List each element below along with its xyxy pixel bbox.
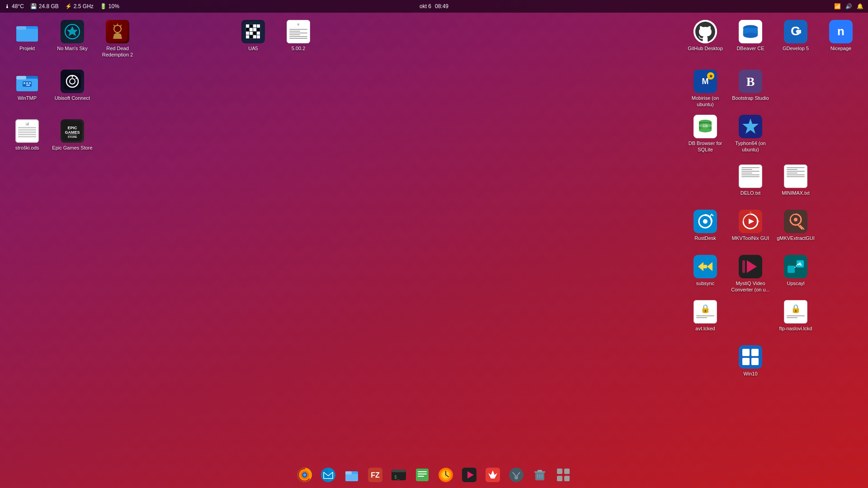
desktop-icon-label: GDevelop 5 xyxy=(783,45,809,52)
desktop-icon-mkv[interactable]: MKVToolNix GUI xyxy=(728,207,773,244)
desktop-icon-gdevelop[interactable]: G GDevelop 5 xyxy=(773,17,818,54)
desktop-icon-label: Mobirise (on ubuntu) xyxy=(684,95,726,108)
desktop-icon-rdr2[interactable]: Red Dead Redemption 2 xyxy=(95,17,140,61)
desktop-icon-epic[interactable]: EPIC GAMES STORE Epic Games Store xyxy=(50,117,95,154)
temp-icon: 🌡 xyxy=(5,3,10,9)
desktop-icon-projekt[interactable]: Projekt xyxy=(5,17,50,54)
svg-rect-39 xyxy=(250,35,253,38)
desktop-icon-label: DBeaver CE xyxy=(736,45,764,52)
svg-rect-79 xyxy=(703,265,707,268)
svg-rect-121 xyxy=(538,470,542,472)
svg-rect-91 xyxy=(751,358,759,365)
network-icon: 📶 xyxy=(834,3,841,9)
cpu-icon: ⚡ xyxy=(65,3,72,9)
taskbar-ukuu[interactable] xyxy=(505,464,527,486)
desktop-icon-label: subsync xyxy=(696,280,714,286)
svg-rect-90 xyxy=(742,358,750,365)
battery-indicator: 🔋 10% xyxy=(100,3,119,9)
svg-text:M: M xyxy=(702,77,709,86)
taskbar-notes[interactable] xyxy=(411,464,433,486)
volume-icon: 🔊 xyxy=(845,3,852,9)
svg-text:GAMES: GAMES xyxy=(65,130,80,135)
desktop-icon-mobirise[interactable]: M ★ Mobirise (on ubuntu) xyxy=(683,67,728,111)
desktop-icon-500[interactable]: ≡ 5.00.2 xyxy=(276,17,321,54)
svg-rect-99 xyxy=(345,471,352,474)
svg-point-63 xyxy=(699,128,712,132)
desktop-icon-label: Epic Games Store xyxy=(52,145,92,151)
svg-rect-52 xyxy=(797,30,801,33)
battery-icon: 🔋 xyxy=(100,3,107,9)
desktop-icon-dbsqlite[interactable]: DB DB Browser for SQLite xyxy=(683,112,728,156)
desktop-icon-label: Upscayl xyxy=(787,280,804,286)
desktop-icon-label: gMKVExtractGUI xyxy=(777,235,815,241)
taskbar-firefox[interactable] xyxy=(294,464,316,486)
desktop-icon-avt[interactable]: 🔒 avt.lcked xyxy=(683,297,728,334)
temperature-indicator: 🌡 48°C xyxy=(5,3,24,9)
desktop-icon-delo[interactable]: DELO.txt xyxy=(728,162,773,199)
desktop-icon-nicepage[interactable]: n Nicepage xyxy=(818,17,863,54)
svg-text:n: n xyxy=(837,24,844,38)
desktop-icon-label: 5.00.2 xyxy=(292,45,306,52)
svg-rect-108 xyxy=(418,476,424,477)
svg-rect-32 xyxy=(253,28,256,31)
desktop-icon-wintmp[interactable]: WinTMP xyxy=(5,67,50,104)
desktop-icon-typhon[interactable]: Typhon64 (on ubuntu) xyxy=(728,112,773,156)
desktop-icon-rustdesk[interactable]: RustDesk xyxy=(683,207,728,244)
taskbar-grid[interactable] xyxy=(552,464,574,486)
desktop-icon-gmkv[interactable]: gMKVExtractGUI xyxy=(773,207,818,244)
svg-rect-103 xyxy=(392,469,406,472)
desktop-icon-label: Win10 xyxy=(743,371,757,377)
desktop-icon-upscayl[interactable]: Upscayl xyxy=(773,252,818,289)
taskbar-bleachbit[interactable] xyxy=(482,464,504,486)
taskbar-mail[interactable] xyxy=(317,464,339,486)
desktop-icon-ua5[interactable]: UA5 xyxy=(231,17,276,54)
svg-text:$_: $_ xyxy=(394,474,400,480)
notifications-icon: 🔔 xyxy=(857,3,863,9)
desktop-icon-ftp-naslovi[interactable]: 🔒 ftp-naslovi.lckd xyxy=(773,297,818,334)
battery-value: 10% xyxy=(108,3,119,9)
taskbar-terminal[interactable]: $_ xyxy=(388,464,410,486)
taskbar-totem[interactable] xyxy=(458,464,480,486)
taskbar-files[interactable] xyxy=(341,464,363,486)
svg-rect-128 xyxy=(564,476,570,481)
taskbar-timeshift[interactable] xyxy=(435,464,457,486)
svg-rect-15 xyxy=(29,82,31,84)
svg-rect-34 xyxy=(246,32,249,35)
cpu-value: 2.5 GHz xyxy=(74,3,94,9)
desktop-icon-label: DB Browser for SQLite xyxy=(684,140,726,153)
svg-rect-35 xyxy=(250,32,253,35)
svg-point-75 xyxy=(794,218,797,221)
svg-rect-28 xyxy=(253,24,256,28)
svg-point-118 xyxy=(514,476,518,479)
desktop-icon-label: MystiQ Video Converter (on u... xyxy=(730,280,771,293)
desktop-icon-stroski[interactable]: 📊 stroški.ods xyxy=(5,117,50,154)
svg-text:STORE: STORE xyxy=(68,136,77,138)
svg-rect-30 xyxy=(246,28,249,31)
taskbar-trash[interactable] xyxy=(529,464,551,486)
desktop-icon-ubisoft[interactable]: Ubisoft Connect xyxy=(50,67,95,104)
svg-text:DB: DB xyxy=(703,124,708,128)
ram-indicator: 💾 24.8 GB xyxy=(30,3,59,9)
taskbar-filezilla[interactable]: FZ xyxy=(364,464,386,486)
desktop-icon-mystiq[interactable]: MystiQ Video Converter (on u... xyxy=(728,252,773,296)
desktop-icon-label: DELO.txt xyxy=(741,190,761,196)
desktop-icon-subsync[interactable]: subsync xyxy=(683,252,728,289)
desktop-icon-label: WinTMP xyxy=(18,95,37,101)
desktop-icon-bootstrap[interactable]: B Bootstrap Studio xyxy=(728,67,773,104)
svg-rect-83 xyxy=(784,255,807,278)
svg-rect-82 xyxy=(742,260,745,273)
desktop-icon-minimax[interactable]: MINIMAX.txt xyxy=(773,162,818,199)
svg-rect-13 xyxy=(24,82,25,84)
desktop-icon-label: Red Dead Redemption 2 xyxy=(97,45,138,58)
svg-point-117 xyxy=(509,468,524,482)
desktop-icon-win10[interactable]: Win10 xyxy=(728,343,773,380)
svg-rect-107 xyxy=(418,474,427,474)
svg-rect-40 xyxy=(253,35,256,38)
desktop-icon-dbeaver[interactable]: DBeaver CE xyxy=(728,17,773,54)
desktop-icon-nms[interactable]: No Man's Sky xyxy=(50,17,95,54)
desktop-icon-label: RustDesk xyxy=(694,235,716,241)
topbar-left: 🌡 48°C 💾 24.8 GB ⚡ 2.5 GHz 🔋 10% xyxy=(5,3,420,9)
svg-rect-126 xyxy=(564,469,570,474)
desktop-icon-github[interactable]: GitHub Desktop xyxy=(683,17,728,54)
desktop-icon-label: Ubisoft Connect xyxy=(55,95,90,101)
